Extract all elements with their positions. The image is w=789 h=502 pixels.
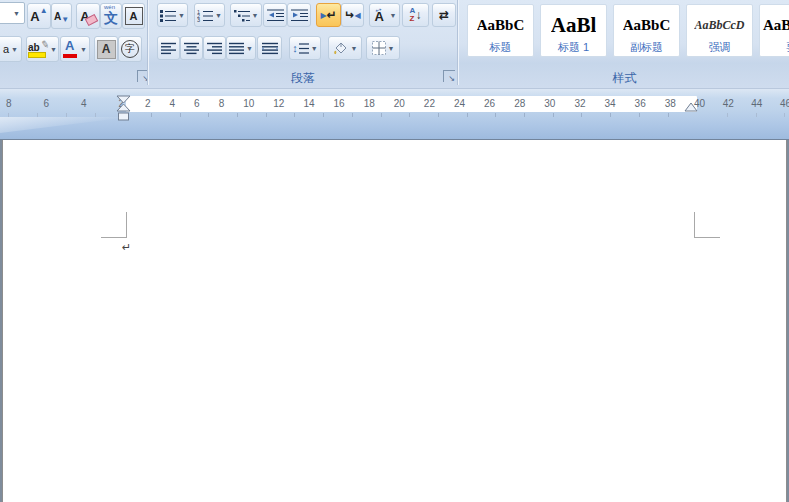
left-to-right-icon: ▶ ↵ [320,8,336,22]
right-to-left-text-button[interactable]: ↵ ◀ [341,3,364,27]
chevron-down-icon: ▼ [388,45,395,52]
chevron-down-icon: ▼ [80,46,87,53]
ruler-ticks-left [8,113,98,117]
style-preview-text: AaBl [551,12,597,38]
launcher-arrow-icon: ↘ [448,75,455,83]
right-to-left-icon: ↵ ◀ [344,8,360,22]
align-right-icon [207,42,222,55]
first-line-indent-marker [117,96,130,103]
paragraph-dialog-launcher[interactable]: ↘ [443,70,455,82]
hanging-indent-marker [117,104,130,111]
increase-indent-icon [291,9,308,22]
increase-indent-button[interactable] [287,3,311,27]
text-boundary-corner-left [101,212,127,238]
distribute-button[interactable] [257,36,282,60]
justify-button[interactable]: ▼ [226,36,256,60]
style-name: 要 [760,38,789,56]
text-highlight-button[interactable]: ab ✎ ▼ [26,36,59,62]
asian-layout-icon: ↔ A [373,7,388,23]
show-hide-marks-icon: ⇄ [439,8,449,22]
font-color-bar [63,54,77,58]
pen-icon: ✎ [40,38,50,50]
left-indent-marker [119,113,129,120]
shrink-font-icon: A [54,10,61,23]
decrease-indent-icon [267,9,284,22]
style-item-title[interactable]: AaBbC 标题 [467,4,534,57]
bullets-icon [160,9,176,22]
text-boundary-corner-right [694,212,720,238]
show-hide-marks-button[interactable]: ⇄ [432,3,456,27]
style-name: 标题 [490,38,512,56]
highlight-color-bar [28,52,46,58]
sort-button[interactable]: A Z ↓ [402,3,429,27]
style-preview-text: AaBbC [477,12,525,38]
pinyin-ruby-text: wén [104,4,115,10]
chevron-down-icon: ▼ [311,45,318,52]
align-left-icon [161,42,176,55]
character-border-icon: A [125,7,143,25]
chevron-down-icon: ▼ [178,12,185,19]
font-color-button[interactable]: A ▼ [60,36,90,62]
window-corner-highlight [0,117,130,133]
style-item-subtitle[interactable]: AaBbC 副标题 [613,4,680,57]
chevron-down-icon: ▼ [50,46,57,53]
chevron-down-icon: ▼ [246,45,253,52]
justify-icon [229,42,244,55]
style-name: 标题 1 [558,38,589,56]
paint-bucket-icon [333,41,349,55]
line-spacing-icon [299,42,309,55]
borders-icon [372,41,386,55]
right-indent-marker[interactable] [684,101,699,113]
down-arrow-icon: ▼ [61,16,69,24]
align-right-button[interactable] [203,36,226,60]
enclose-characters-button[interactable]: 字 [118,36,142,62]
up-down-arrow-icon: ↕ [292,42,298,54]
clear-formatting-button[interactable]: A [76,3,100,29]
style-item-emphasis[interactable]: AaBbCcD 强调 [686,4,753,57]
numbering-icon: 123 [197,9,213,22]
style-item-cutoff[interactable]: AaBbC 要 [759,4,789,57]
left-to-right-text-button[interactable]: ▶ ↵ [316,3,341,27]
ruler-ticks-right [727,113,789,117]
style-item-heading1[interactable]: AaBl 标题 1 [540,4,607,57]
numbering-button[interactable]: 123 ▼ [194,3,225,27]
group-separator [457,0,458,85]
align-center-icon [184,42,199,55]
styles-group-label: 样式 [460,71,789,85]
svg-text:3: 3 [197,17,200,22]
distribute-icon [262,42,278,55]
asian-layout-button[interactable]: ↔ A ▼ [369,3,400,27]
chevron-down-icon: ▼ [351,45,358,52]
font-color-icon: A [63,40,78,58]
phonetic-guide-icon: 文 [104,12,118,25]
style-name: 副标题 [630,38,663,56]
decrease-indent-button[interactable] [263,3,287,27]
align-left-button[interactable] [157,36,180,60]
change-case-button[interactable]: a ▼ [0,36,22,62]
paragraph-mark: ↵ [122,241,131,254]
shading-button[interactable]: ▼ [328,36,362,60]
ruler-text-area-numbers: 2468101214161820222426283032343638 [126,96,697,112]
shrink-font-button[interactable]: A ▼ [51,3,72,29]
phonetic-guide-button[interactable]: wén 文 [100,3,122,29]
horizontal-ruler[interactable]: 8642 2468101214161820222426283032343638 … [0,89,789,140]
chevron-down-icon: ▼ [11,46,18,53]
align-center-button[interactable] [180,36,203,60]
ribbon: ▼ A ▲ A ▼ A wén 文 A [0,0,789,89]
sort-icon: A Z ↓ [410,7,422,23]
bullets-button[interactable]: ▼ [157,3,188,27]
grow-font-icon: A [30,10,39,23]
character-shading-icon: A [97,40,116,59]
document-page[interactable]: ↵ [2,140,787,502]
character-border-button[interactable]: A [122,3,145,29]
enclose-characters-icon: 字 [121,40,139,58]
character-shading-button[interactable]: A [94,36,118,62]
ruler-ticks-center [151,113,673,117]
chevron-down-icon: ▼ [13,10,20,17]
borders-button[interactable]: ▼ [366,36,400,60]
grow-font-button[interactable]: A ▲ [27,3,51,29]
font-size-combo[interactable]: ▼ [0,2,25,24]
multilevel-list-button[interactable]: ▼ [230,3,262,27]
style-name: 强调 [709,38,731,56]
line-spacing-button[interactable]: ↕ ▼ [289,36,321,60]
